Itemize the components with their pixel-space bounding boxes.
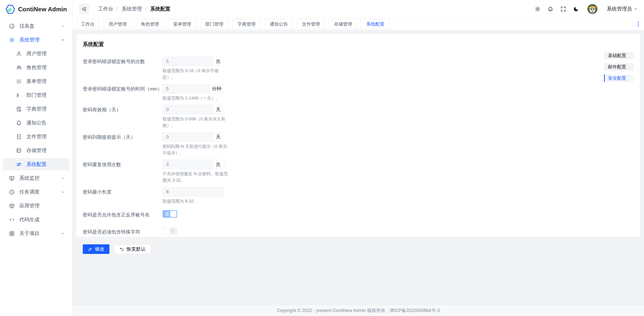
- tab-menu-management[interactable]: 菜单管理: [168, 19, 196, 29]
- sidebar-item-code-generation[interactable]: 代码生成: [0, 213, 72, 227]
- input-value: 3: [163, 160, 212, 169]
- sidebar-item-about-project[interactable]: 关于项目: [0, 227, 72, 240]
- users-icon: [16, 65, 22, 71]
- tab-system-config[interactable]: 系统配置: [361, 19, 389, 29]
- anchor-basic-config[interactable]: 基础配置: [604, 52, 634, 59]
- tab-workbench[interactable]: 工作台: [76, 19, 100, 29]
- sidebar-item-storage-management[interactable]: 存储管理: [0, 144, 72, 157]
- sidebar-item-system-monitor[interactable]: 系统监控: [0, 171, 72, 185]
- tab-bar: 工作台 用户管理 角色管理 菜单管理 部门管理 字典管理 通知公告 文件管理 存…: [72, 18, 644, 30]
- anchor-label: 基础配置: [608, 53, 626, 59]
- tab-storage-management[interactable]: 存储管理: [329, 19, 357, 29]
- avatar[interactable]: [587, 4, 597, 14]
- input-unit: 天: [212, 133, 224, 141]
- sidebar-item-role-management[interactable]: 角色管理: [0, 61, 72, 74]
- page-title: 系统配置: [83, 41, 634, 48]
- moon-icon[interactable]: [573, 6, 579, 12]
- sliders-icon: [16, 161, 22, 167]
- tab-label: 文件管理: [302, 21, 320, 27]
- tab-notice[interactable]: 通知公告: [265, 19, 293, 29]
- anchor-security-config[interactable]: 安全配置: [604, 74, 634, 82]
- sidebar-item-user-management[interactable]: 用户管理: [0, 47, 72, 61]
- field-hint: 不允许使用最近 N 次密码，取值范围为 3-32。: [163, 171, 229, 184]
- min-length-input[interactable]: 8: [163, 187, 224, 196]
- lock-count-input[interactable]: 5 次: [163, 57, 224, 66]
- switch-label: 否: [171, 229, 175, 234]
- sidebar-item-notice[interactable]: 通知公告: [0, 116, 72, 130]
- sidebar-item-label: 菜单管理: [26, 78, 72, 85]
- breadcrumb-item[interactable]: 工作台: [98, 6, 113, 12]
- form-row: 密码最小长度 8 取值范围为 8-32。: [83, 187, 634, 205]
- form-row: 密码是否必须包含特殊字符 否: [83, 227, 634, 235]
- sidebar-item-system-management[interactable]: 系统管理: [0, 33, 72, 47]
- sidebar-item-menu-management[interactable]: 菜单管理: [0, 74, 72, 88]
- tab-label: 通知公告: [270, 21, 288, 27]
- sidebar-item-label: 系统管理: [19, 36, 60, 43]
- form-row: 密码是否允许包含正反序账号名 是: [83, 210, 634, 218]
- tab-user-management[interactable]: 用户管理: [104, 19, 132, 29]
- input-value: 0: [163, 133, 212, 141]
- sidebar-item-dept-management[interactable]: 部门管理: [0, 88, 72, 102]
- field-hint: 取值范围为 0-10（0 表示不锁定）。: [163, 68, 229, 81]
- sidebar-item-file-management[interactable]: 文件管理: [0, 130, 72, 144]
- switch-label: 是: [165, 211, 169, 217]
- sidebar-item-label: 系统监控: [19, 175, 60, 182]
- allow-username-switch[interactable]: 是: [163, 210, 177, 218]
- user-menu[interactable]: 系统管理员: [607, 6, 638, 12]
- field-label: 密码到期提前提示（天）: [83, 132, 163, 156]
- user-icon: [16, 51, 22, 57]
- sidebar-item-label: 角色管理: [26, 64, 72, 71]
- sidebar-item-app-management[interactable]: 应用管理: [0, 199, 72, 213]
- sidebar-item-job-schedule[interactable]: 任务调度: [0, 185, 72, 199]
- password-reuse-input[interactable]: 3 次: [163, 160, 224, 169]
- footer: Copyright © 2022 - present ContiNew Admi…: [72, 305, 644, 316]
- lock-time-input[interactable]: 5 分钟: [163, 84, 224, 93]
- menu-lines-icon: [16, 78, 22, 84]
- anchor-mail-config[interactable]: 邮件配置: [604, 63, 634, 71]
- modify-button[interactable]: 修改: [83, 244, 109, 254]
- dict-book-icon: [16, 106, 22, 112]
- grid-icon: [9, 231, 15, 237]
- sidebar-item-label: 应用管理: [19, 202, 72, 209]
- field-hint: 密码到期 N 天前进行提示（0 表示不提示）。: [163, 143, 229, 156]
- sidebar-item-system-config[interactable]: 系统配置: [0, 157, 72, 171]
- input-unit: 分钟: [209, 84, 224, 93]
- form-row: 密码有效期（天） 0 天 取值范围为 0-999（0 表示永久有效）。: [83, 105, 634, 129]
- restore-default-button[interactable]: 恢复默认: [114, 244, 151, 254]
- tree-list-icon: [16, 92, 22, 98]
- top-header: 工作台 / 系统管理 / 系统配置: [72, 0, 644, 18]
- field-label: 密码有效期（天）: [83, 105, 163, 129]
- fullscreen-icon[interactable]: [560, 6, 566, 12]
- collapse-sidebar-button[interactable]: [79, 4, 89, 14]
- chevron-down-icon: [60, 24, 65, 29]
- cube-icon: [9, 203, 15, 209]
- chevron-down-icon: [60, 231, 65, 236]
- dashboard-icon: [9, 23, 15, 29]
- sidebar-item-label: 部门管理: [26, 92, 72, 99]
- sidebar-item-dashboard[interactable]: 仪表盘: [0, 19, 72, 33]
- main-content: 系统配置 登录密码错误锁定账号的次数 5 次 取值范围为 0-10（0 表示不锁…: [72, 31, 644, 305]
- tab-label: 角色管理: [141, 21, 159, 27]
- password-expire-input[interactable]: 0 天: [163, 105, 224, 114]
- breadcrumb-item[interactable]: 系统管理: [122, 6, 142, 12]
- switch-knob: [163, 228, 169, 234]
- bell-icon[interactable]: [547, 6, 553, 12]
- settings-icon[interactable]: [535, 6, 541, 12]
- logo[interactable]: ContiNew Admin: [0, 0, 72, 19]
- copyright: Copyright © 2022 - present ContiNew Admi…: [277, 307, 440, 313]
- anchor-label: 安全配置: [608, 75, 626, 81]
- tab-dept-management[interactable]: 部门管理: [200, 19, 228, 29]
- more-vertical-icon[interactable]: [635, 21, 641, 27]
- field-label: 密码是否允许包含正反序账号名: [83, 210, 163, 218]
- tab-role-management[interactable]: 角色管理: [136, 19, 164, 29]
- special-char-switch[interactable]: 否: [163, 227, 177, 235]
- expire-notice-input[interactable]: 0 天: [163, 132, 224, 142]
- edit-icon: [88, 247, 93, 252]
- sidebar-item-dict-management[interactable]: 字典管理: [0, 102, 72, 116]
- tab-label: 字典管理: [237, 21, 256, 27]
- button-label: 恢复默认: [127, 246, 146, 252]
- tab-file-management[interactable]: 文件管理: [297, 19, 325, 29]
- chevron-down-icon: [633, 7, 638, 11]
- tab-dict-management[interactable]: 字典管理: [232, 19, 261, 29]
- logo-icon: [5, 4, 16, 15]
